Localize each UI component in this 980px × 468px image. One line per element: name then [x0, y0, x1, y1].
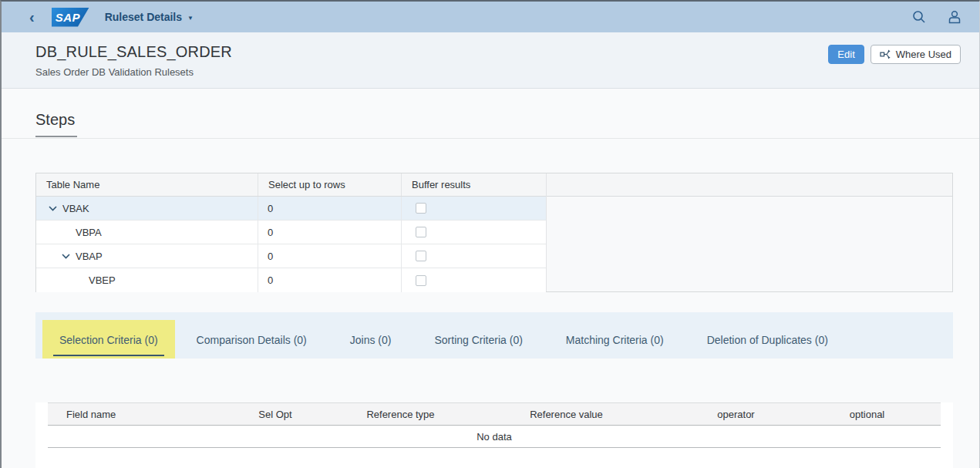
- steps-table: Table Name Select up to rows Buffer resu…: [35, 173, 953, 292]
- sap-logo[interactable]: SAP: [52, 8, 89, 27]
- table-name-label: VBAK: [62, 203, 89, 214]
- steps-table-body-filler: [547, 197, 952, 291]
- tab-label: Deletion of Duplicates (0): [701, 323, 834, 356]
- back-icon[interactable]: ‹: [29, 9, 35, 25]
- shell-title-label: Ruleset Details: [105, 11, 182, 23]
- where-used-label: Where Used: [896, 49, 951, 60]
- column-header-sel-opt[interactable]: Sel Opt: [233, 409, 318, 420]
- select-up-to-rows-value: 0: [268, 203, 273, 214]
- edit-button[interactable]: Edit: [828, 45, 864, 64]
- column-header-optional[interactable]: optional: [823, 409, 911, 420]
- column-header-buffer-results[interactable]: Buffer results: [402, 173, 546, 196]
- anchor-item-steps[interactable]: Steps: [35, 111, 77, 137]
- cell-select-up-to-rows: 0: [258, 268, 402, 292]
- tab-matching-criteria[interactable]: Matching Criteria (0): [544, 320, 685, 359]
- tab-label: Comparison Details (0): [190, 323, 313, 356]
- chevron-down-icon: ▼: [187, 13, 194, 22]
- cell-table-name: VBEP: [36, 268, 258, 292]
- table-name-label: VBAP: [76, 251, 103, 262]
- object-page-header: DB_RULE_SALES_ORDER Sales Order DB Valid…: [2, 32, 979, 89]
- cell-buffer-results: [402, 268, 546, 292]
- header-actions: Edit Where Used: [828, 45, 961, 64]
- tab-label: Sorting Criteria (0): [428, 323, 528, 356]
- select-up-to-rows-value: 0: [268, 227, 273, 238]
- buffer-results-checkbox[interactable]: [416, 227, 426, 237]
- page-subtitle: Sales Order DB Validation Rulesets: [35, 66, 232, 78]
- column-header-operator[interactable]: operator: [649, 409, 823, 420]
- column-header-table-name[interactable]: Table Name: [36, 173, 258, 196]
- tab-selection-criteria[interactable]: Selection Criteria (0): [42, 320, 175, 359]
- table-row-vbpa[interactable]: VBPA 0: [36, 221, 546, 244]
- table-row-vbep[interactable]: VBEP 0: [36, 268, 546, 292]
- sap-logo-text: SAP: [56, 11, 80, 24]
- steps-table-rows: VBAK 0 VBPA 0: [36, 197, 546, 292]
- shell-bar: ‹ SAP Ruleset Details ▼: [2, 2, 979, 32]
- shell-title-menu[interactable]: Ruleset Details ▼: [105, 11, 194, 23]
- tab-deletion-of-duplicates[interactable]: Deletion of Duplicates (0): [685, 320, 850, 359]
- app-window: ‹ SAP Ruleset Details ▼ DB_RULE_SALES_OR…: [0, 0, 980, 468]
- table-name-label: VBEP: [89, 274, 116, 286]
- table-row-vbak[interactable]: VBAK 0: [36, 197, 546, 221]
- object-header-text: DB_RULE_SALES_ORDER Sales Order DB Valid…: [35, 43, 232, 78]
- cell-table-name: VBPA: [36, 221, 258, 244]
- tab-label: Selection Criteria (0): [53, 323, 164, 356]
- tab-label: Matching Criteria (0): [560, 323, 670, 356]
- column-header-reference-type[interactable]: Reference type: [318, 409, 483, 420]
- cell-select-up-to-rows: 0: [258, 221, 402, 244]
- chevron-down-icon[interactable]: [49, 206, 62, 211]
- steps-table-header-filler: [547, 173, 952, 197]
- criteria-tab-bar: Selection Criteria (0) Comparison Detail…: [35, 312, 953, 359]
- cell-buffer-results: [402, 197, 546, 220]
- anchor-bar: Steps: [2, 89, 979, 139]
- tab-joins[interactable]: Joins (0): [328, 320, 413, 359]
- cell-buffer-results: [402, 244, 546, 268]
- column-header-select-up-to-rows[interactable]: Select up to rows: [258, 173, 402, 196]
- where-used-button[interactable]: Where Used: [871, 45, 961, 64]
- tab-label: Joins (0): [344, 323, 398, 356]
- table-row-vbap[interactable]: VBAP 0: [36, 244, 546, 268]
- tab-content-panel: Field name Sel Opt Reference type Refere…: [35, 402, 953, 468]
- cell-buffer-results: [402, 221, 546, 244]
- buffer-results-checkbox[interactable]: [416, 251, 426, 261]
- where-used-icon: [880, 49, 891, 60]
- criteria-table: Field name Sel Opt Reference type Refere…: [48, 402, 941, 448]
- table-name-label: VBPA: [76, 227, 102, 238]
- criteria-table-header: Field name Sel Opt Reference type Refere…: [48, 403, 941, 426]
- search-icon[interactable]: [911, 9, 927, 25]
- shell-actions: [911, 9, 962, 25]
- no-data-row: No data: [48, 426, 941, 448]
- column-header-reference-value[interactable]: Reference value: [483, 409, 649, 420]
- user-profile-icon[interactable]: [947, 9, 962, 25]
- chevron-down-icon[interactable]: [62, 254, 76, 259]
- steps-table-filler: [546, 173, 952, 291]
- cell-table-name: VBAP: [36, 244, 258, 268]
- steps-table-header: Table Name Select up to rows Buffer resu…: [36, 173, 546, 197]
- cell-select-up-to-rows: 0: [258, 197, 402, 220]
- select-up-to-rows-value: 0: [268, 274, 273, 286]
- select-up-to-rows-value: 0: [268, 251, 273, 262]
- steps-table-main: Table Name Select up to rows Buffer resu…: [36, 173, 546, 291]
- column-header-field-name[interactable]: Field name: [48, 409, 233, 420]
- page-title: DB_RULE_SALES_ORDER: [35, 43, 232, 61]
- buffer-results-checkbox[interactable]: [416, 275, 426, 286]
- tab-comparison-details[interactable]: Comparison Details (0): [175, 320, 328, 359]
- tab-sorting-criteria[interactable]: Sorting Criteria (0): [413, 320, 544, 359]
- cell-select-up-to-rows: 0: [258, 244, 402, 268]
- buffer-results-checkbox[interactable]: [416, 203, 426, 214]
- cell-table-name: VBAK: [36, 197, 258, 220]
